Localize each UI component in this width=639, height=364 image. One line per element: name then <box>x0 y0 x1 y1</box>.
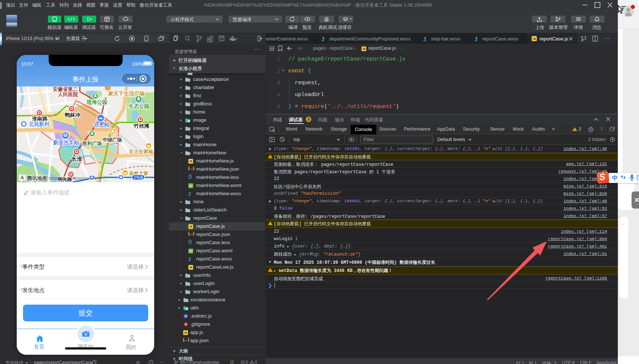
svg-text:竹丝滩: 竹丝滩 <box>133 123 149 129</box>
svg-text:新亚汽车站: 新亚汽车站 <box>53 140 79 145</box>
svg-text:北苑新村: 北苑新村 <box>28 121 50 127</box>
svg-text:!: ! <box>270 222 271 226</box>
svg-text:百大合家福: 百大合家福 <box>129 149 153 154</box>
svg-text:腾讯地图: 腾讯地图 <box>26 175 48 181</box>
svg-text:人民医院: 人民医院 <box>58 91 78 97</box>
svg-text:长淮: 长淮 <box>71 156 82 162</box>
svg-text:瑶海公园: 瑶海公园 <box>86 99 107 105</box>
svg-text:!: ! <box>270 269 271 272</box>
svg-text:中绿广场: 中绿广场 <box>103 137 122 142</box>
svg-text:!: ! <box>270 155 271 159</box>
svg-text:鸭林冲: 鸭林冲 <box>65 112 80 118</box>
svg-text:合肥站: 合肥站 <box>94 121 110 127</box>
svg-text:©2025腾讯 - GS粤(2023)1171号: ©2025腾讯 - GS粤(2023)1171号 <box>48 177 96 180</box>
svg-text:生态公园: 生态公园 <box>128 103 149 109</box>
svg-text:家天下生活广场: 家天下生活广场 <box>108 91 145 96</box>
svg-text:2号线: 2号线 <box>134 176 143 180</box>
svg-text:胜利广场: 胜利广场 <box>82 141 102 146</box>
svg-text:!: ! <box>574 128 575 131</box>
